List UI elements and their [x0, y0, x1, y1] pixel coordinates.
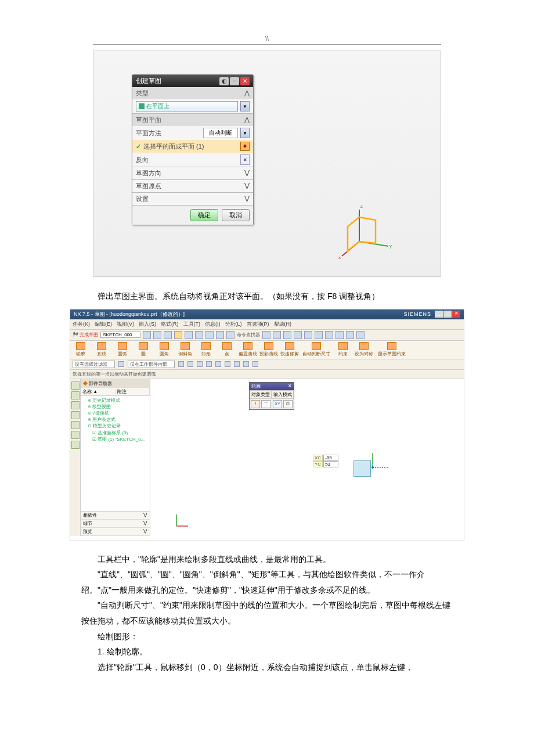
tool-chamfer[interactable]: 倒斜角	[175, 341, 196, 359]
chevron-up-icon[interactable]: ⋀	[244, 89, 250, 97]
menu-item[interactable]: 帮助(H)	[274, 321, 292, 328]
nav-tab-icon[interactable]	[71, 401, 80, 409]
method-dropdown-button[interactable]: ▼	[240, 128, 250, 138]
save-icon[interactable]	[174, 331, 182, 339]
menu-item[interactable]: 编辑(E)	[95, 321, 112, 328]
mini-tab-object-type[interactable]: 对象类型	[250, 390, 272, 399]
toolbar-icon[interactable]	[164, 331, 172, 339]
close-icon[interactable]: ✕	[240, 77, 250, 85]
menu-item[interactable]: 工具(T)	[183, 321, 201, 328]
nav-column-note[interactable]: 附注	[116, 388, 150, 395]
pick-face-button[interactable]: ✦	[240, 142, 250, 151]
tool-auto-dimension[interactable]: 自动判断尺寸	[300, 341, 333, 359]
toolbar-icon[interactable]	[205, 331, 214, 339]
xy-mode-button[interactable]: XY	[273, 400, 282, 408]
filter-icon[interactable]	[187, 361, 193, 367]
nav-tab-icon[interactable]	[71, 391, 80, 399]
menu-item[interactable]: 信息(I)	[205, 321, 221, 328]
nav-section[interactable]: 预览⋁	[81, 528, 150, 536]
tool-show-constraints[interactable]: 显示草图约束	[374, 341, 409, 359]
reverse-button[interactable]: ✕	[240, 154, 250, 165]
tree-item[interactable]: ⊕ 历史记录模式	[83, 397, 147, 404]
redo-icon[interactable]	[226, 331, 234, 339]
nav-section[interactable]: 细节⋁	[81, 520, 150, 528]
tool-profile[interactable]: 轮廓	[70, 341, 91, 359]
tool-fillet[interactable]: 圆角	[154, 341, 175, 359]
tool-arc[interactable]: 圆弧	[112, 341, 133, 359]
maximize-icon[interactable]: □	[443, 311, 452, 318]
toolbar-icon[interactable]	[273, 331, 281, 339]
finish-sketch-button[interactable]: 🏁 完成草图	[73, 332, 98, 338]
tool-line[interactable]: 直线	[91, 341, 112, 359]
param-mode-icon[interactable]: ⊡	[283, 400, 293, 408]
filter-icon[interactable]	[225, 361, 230, 367]
yc-value[interactable]: 53	[323, 461, 338, 467]
tool-make-symmetric[interactable]: 设为对称	[353, 341, 374, 359]
toolbar-icon[interactable]	[143, 331, 151, 339]
toolbar-icon[interactable]	[315, 331, 323, 339]
chevron-up-icon[interactable]: ⋀	[244, 116, 250, 124]
type-combo[interactable]: 在平面上	[136, 101, 238, 111]
tool-quick-trim[interactable]: 快速修剪	[279, 341, 300, 359]
section-settings[interactable]: 设置⋁	[132, 193, 253, 206]
filter-combo[interactable]: 设有选择过滤器	[73, 361, 115, 368]
toolbar-icon[interactable]	[335, 331, 344, 339]
ok-button[interactable]: 确定	[190, 209, 218, 221]
filter-icon[interactable]	[178, 361, 184, 367]
menu-item[interactable]: 首选项(P)	[247, 321, 269, 328]
nav-tab-icon[interactable]	[71, 381, 80, 390]
filter-icon[interactable]	[206, 361, 212, 367]
tool-rectangle[interactable]: 矩形	[196, 341, 217, 359]
nav-tree[interactable]: ⊕ 历史记录模式 ⊕ 模型视图 ⊕ √摄像机 ⊕ 用户表达式 ⊖ 模型历史记录 …	[81, 396, 150, 511]
filter-scope-combo[interactable]: 仅在工作部件内部	[128, 361, 175, 368]
toolbar-icon[interactable]	[346, 331, 354, 339]
nav-section[interactable]: 相依性⋁	[81, 512, 150, 520]
toolbar-icon[interactable]	[153, 331, 161, 339]
toolbar-icon[interactable]	[262, 331, 270, 339]
filter-icon[interactable]	[243, 361, 249, 367]
filter-icon[interactable]	[252, 361, 258, 367]
minimize-icon[interactable]: _	[435, 311, 443, 318]
tool-offset-curve[interactable]: 偏置曲线	[237, 341, 258, 359]
filter-icon[interactable]	[234, 361, 240, 367]
toolbar-icon[interactable]	[195, 331, 203, 339]
tree-item[interactable]: ⊕ √摄像机	[83, 410, 147, 416]
nav-tab-icon[interactable]	[71, 441, 80, 449]
nav-column-name[interactable]: 名称 ▲	[81, 388, 116, 395]
undo-icon[interactable]	[216, 331, 224, 339]
graphics-canvas[interactable]: 轮廓✕ 对象类型 输入模式 / ⌒ XY ⊡ XC-85 YC53	[150, 379, 464, 536]
sketch-name-combo[interactable]: SKETCH_000	[100, 332, 140, 338]
line-mode-icon[interactable]: /	[251, 400, 260, 408]
nav-tab-icon[interactable]	[71, 431, 80, 439]
type-dropdown-button[interactable]: ▼	[240, 101, 250, 111]
nav-tab-icon[interactable]	[71, 421, 80, 429]
toolbar-icon[interactable]	[356, 331, 365, 339]
tree-item[interactable]: ⊕ 用户表达式	[83, 416, 147, 423]
close-icon[interactable]: ✕	[452, 311, 460, 318]
arc-mode-icon[interactable]: ⌒	[261, 400, 270, 408]
filter-icon[interactable]	[118, 361, 124, 367]
mini-tab-input-mode[interactable]: 输入模式	[272, 390, 294, 399]
section-direction[interactable]: 草图方向⋁	[132, 167, 253, 180]
cancel-button[interactable]: 取消	[222, 209, 250, 221]
filter-icon[interactable]	[197, 361, 203, 367]
tool-circle[interactable]: 圆	[133, 341, 154, 359]
filter-icon[interactable]	[215, 361, 221, 367]
tree-item[interactable]: ⊖ 模型历史记录	[83, 423, 147, 429]
pin-icon[interactable]: ◐	[219, 77, 229, 85]
plane-method-value[interactable]: 自动判断	[203, 128, 238, 138]
menu-item[interactable]: 插入(S)	[139, 321, 156, 328]
toolbar-icon[interactable]	[283, 331, 291, 339]
tool-project-curve[interactable]: 投影曲线	[258, 341, 279, 359]
xc-value[interactable]: -85	[323, 455, 338, 461]
menu-item[interactable]: 视图(V)	[117, 321, 134, 328]
section-origin[interactable]: 草图原点⋁	[132, 180, 253, 193]
tool-constraint[interactable]: 约束	[333, 341, 353, 359]
toolbar-icon[interactable]	[185, 331, 193, 339]
close-icon[interactable]: ✕	[288, 383, 292, 390]
menu-item[interactable]: 分析(L)	[225, 321, 242, 328]
tool-point[interactable]: 点	[217, 341, 237, 359]
tree-item[interactable]: ⊕ 模型视图	[83, 404, 147, 410]
menu-item[interactable]: 格式(R)	[161, 321, 179, 328]
toolbar-icon[interactable]	[325, 331, 333, 339]
